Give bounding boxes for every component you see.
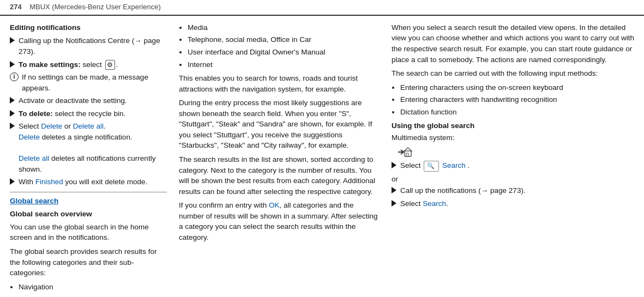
multimedia-label: Multimedia system:	[392, 132, 634, 143]
arrow-item-call-notifications: Call up the notifications (→ page 273).	[392, 185, 634, 196]
input-methods-list: Entering characters using the on-screen …	[392, 82, 634, 118]
search-button-inline: 🔍	[424, 161, 439, 172]
settings-icon: ⚙	[105, 60, 115, 70]
category-telephone: Telephone, social media, Office in Car	[188, 34, 380, 45]
arrow-text-5: Select Delete or Delete all. Delete dele…	[19, 121, 167, 174]
arrow-icon-3	[10, 97, 15, 104]
right-column: When you select a search result the deta…	[392, 22, 634, 295]
search-label-colored: Search	[442, 161, 466, 169]
delete-all-link-2[interactable]: Delete all	[19, 154, 49, 162]
category-navigation: Navigation	[19, 282, 167, 293]
arrow-icon-2	[10, 61, 15, 68]
input-method-2: Entering characters with handwriting rec…	[400, 94, 634, 105]
editing-notifications-title: Editing notifications	[10, 22, 167, 33]
or-text: or	[392, 174, 634, 185]
call-notifications-text: Call up the notifications (→ page 273).	[400, 185, 526, 196]
page-number: 274	[10, 3, 22, 11]
right-para2: The search can be carried out with the f…	[392, 68, 634, 79]
arrow-text-6: With Finished you will exit delete mode.	[19, 177, 147, 187]
using-global-search-heading: Using the global search	[392, 120, 634, 131]
svg-rect-2	[406, 153, 408, 156]
arrow-text-2: To make settings: select ⚙.	[19, 59, 118, 70]
input-method-3: Dictation function	[400, 107, 634, 118]
arrow-icon-4	[10, 110, 15, 117]
arrow-item-1: Calling up the Notifications Centre (→ p…	[10, 35, 167, 57]
middle-para2: During the entry process the most likely…	[179, 98, 380, 151]
info-icon: i	[10, 72, 19, 81]
arrow-icon-select-search2	[392, 200, 396, 207]
arrow-icon-6	[10, 178, 15, 185]
arrow-icon-call-notif	[392, 187, 396, 193]
left-column: Editing notifications Calling up the Not…	[10, 22, 179, 295]
arrow-text-3: Activate or deactivate the setting.	[19, 95, 127, 106]
search-label-colored2: Search	[423, 199, 446, 208]
middle-para3: The search results in the list are shown…	[179, 154, 380, 197]
category-media: Media	[188, 22, 380, 33]
select-search-text2: Select Search.	[400, 198, 448, 209]
select-search-text: Select 🔍 Search .	[400, 160, 470, 171]
page-title: MBUX (Mercedes-Benz User Experience)	[29, 3, 161, 11]
right-para1: When you select a search result the deta…	[392, 22, 634, 65]
arrow-item-5: Select Delete or Delete all. Delete dele…	[10, 121, 167, 174]
arrow-item-select-search: Select 🔍 Search .	[392, 160, 634, 171]
finished-link[interactable]: Finished	[35, 178, 63, 186]
categories-cont-list: Media Telephone, social media, Office in…	[179, 22, 380, 70]
global-search-overview-text: You can use the global search in the hom…	[10, 222, 167, 243]
delete-all-link[interactable]: Delete all	[73, 122, 104, 130]
svg-rect-1	[405, 151, 411, 156]
arrow-icon-1	[10, 37, 15, 44]
nav-to-home-icon	[397, 146, 412, 158]
arrow-item-4: To delete: select the recycle bin.	[10, 108, 167, 119]
delete-link-2[interactable]: Delete	[19, 133, 40, 141]
global-search-overview-title: Global search overview	[10, 209, 167, 220]
middle-para4: If you confirm an entry with OK, all cat…	[179, 200, 380, 243]
arrow-icon-select-search	[392, 162, 396, 168]
arrow-item-6: With Finished you will exit delete mode.	[10, 177, 167, 187]
arrow-item-2: To make settings: select ⚙.	[10, 59, 167, 70]
global-search-heading: Global search	[10, 192, 167, 207]
page-header: 274 MBUX (Mercedes-Benz User Experience)	[0, 0, 644, 16]
ok-text: OK	[269, 201, 280, 209]
category-internet: Internet	[188, 59, 380, 70]
middle-para1: This enables you to search for towns, ro…	[179, 73, 380, 94]
categories-list: Navigation	[10, 282, 167, 293]
arrow-text-1: Calling up the Notifications Centre (→ p…	[19, 35, 167, 57]
arrow-icon-5	[10, 123, 15, 129]
arrow-item-select-search2: Select Search.	[392, 198, 634, 209]
magnifier-icon: 🔍	[427, 162, 435, 171]
info-text-1: If no settings can be made, a message ap…	[22, 72, 167, 93]
global-search-provides-text: The global search provides search result…	[10, 246, 167, 278]
input-method-1: Entering characters using the on-screen …	[400, 82, 634, 93]
arrow-item-3: Activate or deactivate the setting.	[10, 95, 167, 106]
arrow-text-4: To delete: select the recycle bin.	[19, 108, 125, 119]
home-icon-row	[397, 146, 634, 158]
middle-column: Media Telephone, social media, Office in…	[179, 22, 392, 295]
category-user-interface: User interface and Digital Owner's Manua…	[188, 47, 380, 58]
delete-link[interactable]: Delete	[41, 122, 62, 130]
content-wrapper: Editing notifications Calling up the Not…	[0, 16, 644, 295]
info-row-1: i If no settings can be made, a message …	[10, 72, 167, 93]
